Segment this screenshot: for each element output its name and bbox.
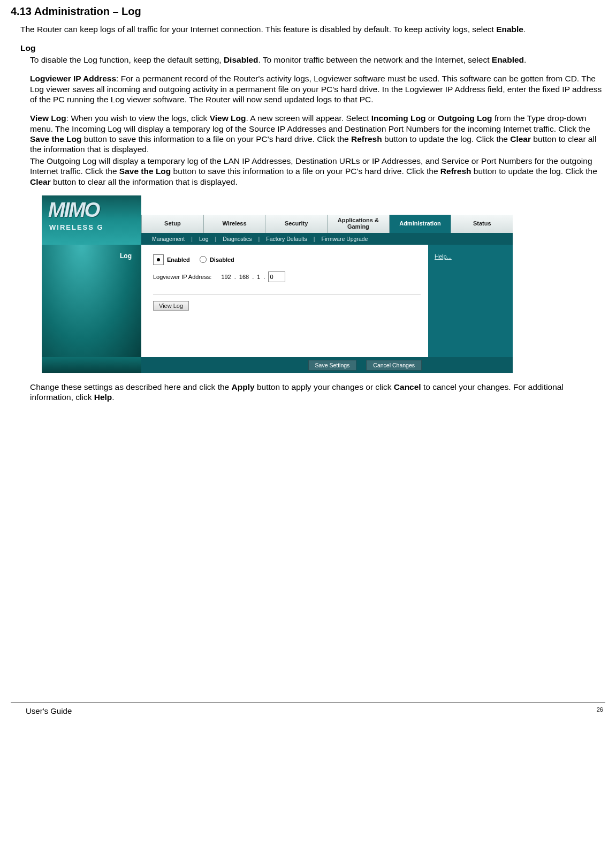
- text: button to update the log. Click the: [382, 134, 511, 144]
- tab-wireless[interactable]: Wireless: [203, 215, 265, 233]
- text: .: [523, 25, 526, 34]
- subnav-factory-defaults[interactable]: Factory Defaults: [260, 236, 313, 242]
- text: button to update the log. Click the: [471, 167, 597, 176]
- page-footer: User's Guide 26: [11, 703, 605, 724]
- text: Change these settings as described here …: [30, 382, 232, 391]
- subnav-firmware-upgrade[interactable]: Firmware Upgrade: [315, 236, 375, 242]
- section-heading: 4.13 Administration – Log: [11, 5, 605, 18]
- text-bold: Log: [20, 43, 35, 52]
- text: .: [112, 393, 114, 402]
- radio-disabled-label: Disabled: [210, 257, 234, 263]
- view-log-button[interactable]: View Log: [153, 301, 189, 311]
- viewlog-paragraph: View Log: When you wish to view the logs…: [30, 113, 605, 155]
- text-bold: View Log: [210, 114, 246, 123]
- text-bold: Enabled: [492, 55, 524, 64]
- text-bold: Logviewer IP Address: [30, 74, 116, 83]
- text-bold: Outgoing Log: [438, 114, 492, 123]
- text: To disable the Log function, keep the de…: [30, 55, 224, 64]
- ip-label: Logviewer IP Address:: [153, 274, 211, 280]
- subnav-log[interactable]: Log: [193, 236, 215, 242]
- main-tabs: Setup Wireless Security Applications & G…: [141, 215, 513, 233]
- text-bold: Help: [94, 393, 112, 402]
- text: .: [524, 55, 526, 64]
- footer-page-number: 26: [597, 706, 603, 715]
- logo-subtext: WIRELESS G: [49, 223, 104, 231]
- text-bold: Clear: [30, 177, 51, 186]
- text-bold: Refresh: [440, 167, 471, 176]
- text: or: [425, 114, 437, 123]
- intro-paragraph: The Router can keep logs of all traffic …: [20, 24, 605, 34]
- radio-enabled-label: Enabled: [167, 257, 190, 263]
- text: . To monitor traffic between the network…: [258, 55, 492, 64]
- log-subheading: Log: [20, 43, 605, 53]
- text: The Router can keep logs of all traffic …: [20, 25, 496, 34]
- side-label-log: Log: [120, 252, 132, 260]
- text-bold: Clear: [510, 134, 531, 144]
- log-disable-paragraph: To disable the Log function, keep the de…: [30, 55, 605, 65]
- text: button to apply your changes or click: [255, 382, 394, 391]
- help-link[interactable]: Help...: [435, 253, 452, 260]
- tab-status[interactable]: Status: [451, 215, 513, 233]
- text-bold: Save the Log: [30, 134, 81, 144]
- text-bold: Refresh: [351, 134, 382, 144]
- closing-paragraph: Change these settings as described here …: [30, 382, 605, 403]
- cancel-changes-button[interactable]: Cancel Changes: [366, 360, 422, 371]
- main-panel: Enabled Disabled Logviewer IP Address: 1…: [141, 245, 428, 357]
- divider: [153, 294, 421, 295]
- text-bold: Incoming Log: [371, 114, 426, 123]
- router-admin-screenshot: MIMO WIRELESS G Setup Wireless Security …: [42, 195, 513, 373]
- radio-enabled[interactable]: [153, 254, 164, 265]
- text-bold: Disabled: [224, 55, 258, 64]
- footer-main: Save Settings Cancel Changes: [141, 357, 513, 373]
- sub-nav: Management| Log| Diagnostics| Factory De…: [141, 233, 513, 245]
- radio-dot-icon: [157, 258, 160, 261]
- text-bold: Enable: [496, 25, 523, 34]
- ip-octet-2: 168: [239, 274, 249, 280]
- subnav-diagnostics[interactable]: Diagnostics: [216, 236, 258, 242]
- text: button to save this information to a fil…: [81, 134, 351, 144]
- text: button to save this information to a fil…: [171, 167, 440, 176]
- help-panel: Help...: [428, 245, 513, 357]
- subnav-management[interactable]: Management: [146, 236, 191, 242]
- ip-octet-3: 1: [257, 274, 260, 280]
- outgoing-paragraph: The Outgoing Log will display a temporar…: [30, 156, 605, 187]
- text: : For a permanent record of the Router's…: [30, 74, 602, 104]
- logviewer-paragraph: Logviewer IP Address: For a permanent re…: [30, 73, 605, 104]
- side-panel: Log: [42, 245, 141, 357]
- text-bold: View Log: [30, 114, 66, 123]
- logo-text: MIMO: [48, 199, 99, 222]
- footer-side: [42, 357, 141, 373]
- text-bold: Apply: [232, 382, 255, 391]
- ip-octet-1: 192: [221, 274, 231, 280]
- tab-security[interactable]: Security: [265, 215, 327, 233]
- tab-applications-gaming[interactable]: Applications & Gaming: [327, 215, 389, 233]
- text: . A new screen will appear. Select: [246, 114, 371, 123]
- ip-octet-4-input[interactable]: [268, 271, 285, 282]
- tab-administration[interactable]: Administration: [389, 215, 451, 233]
- text: : When you wish to view the logs, click: [66, 114, 210, 123]
- text-bold: Save the Log: [119, 167, 171, 176]
- radio-disabled[interactable]: [200, 256, 207, 263]
- footer-guide-label: User's Guide: [26, 706, 72, 715]
- text-bold: Cancel: [394, 382, 421, 391]
- text: button to clear all the information that…: [51, 177, 238, 186]
- save-settings-button[interactable]: Save Settings: [308, 360, 357, 371]
- router-logo: MIMO WIRELESS G: [42, 195, 141, 245]
- tab-setup[interactable]: Setup: [141, 215, 203, 233]
